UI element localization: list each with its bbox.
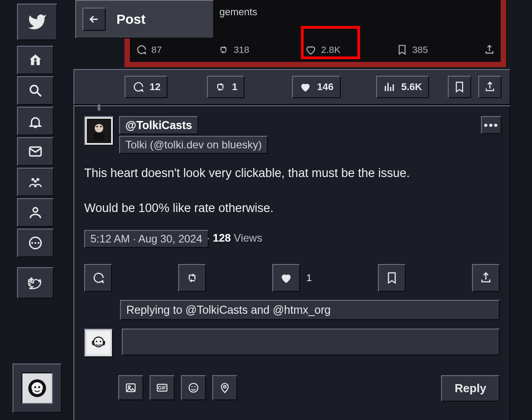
partial-text: gements <box>219 6 257 18</box>
author-handle[interactable]: @TolkiCasts <box>119 116 198 134</box>
svg-point-26 <box>129 386 130 388</box>
ellipsis-icon: ••• <box>484 118 498 132</box>
retweet-button[interactable]: 1 <box>207 76 245 98</box>
account-avatar <box>21 372 53 404</box>
svg-point-16 <box>94 124 103 132</box>
bookmark-button[interactable] <box>378 264 406 292</box>
svg-point-6 <box>33 208 38 212</box>
nav-more[interactable] <box>17 229 54 257</box>
svg-point-0 <box>30 86 38 93</box>
svg-point-9 <box>34 242 36 244</box>
svg-rect-17 <box>94 133 104 141</box>
embed-likes: 2.8K <box>305 44 340 56</box>
share-button[interactable] <box>478 76 502 98</box>
like-button[interactable]: 146 <box>292 76 341 98</box>
share-button[interactable] <box>472 264 500 292</box>
attach-image-button[interactable] <box>118 375 143 400</box>
share-icon <box>484 44 495 56</box>
replying-to-label[interactable]: Replying to @TolkiCasts and @htmx_org <box>120 300 500 320</box>
svg-point-28 <box>189 383 198 392</box>
compose-avatar <box>84 329 113 357</box>
account-switcher[interactable] <box>13 364 62 413</box>
bookmark-button[interactable] <box>448 76 471 98</box>
embed-retweets: 318 <box>218 44 249 56</box>
attach-location-button[interactable] <box>212 375 237 400</box>
attach-gif-button[interactable]: GIF <box>150 375 175 400</box>
reply-submit-button[interactable]: Reply <box>441 375 500 402</box>
chart-icon <box>383 81 396 93</box>
svg-rect-19 <box>100 126 102 127</box>
heart-filled-icon <box>279 271 293 285</box>
post-body: This heart doesn't look very clickable, … <box>84 165 496 217</box>
svg-point-5 <box>34 180 37 182</box>
like-count: 146 <box>317 81 334 93</box>
nav-profile[interactable] <box>17 198 54 227</box>
post-actions: 1 <box>84 260 500 295</box>
embed-bookmarks: 385 <box>396 44 428 56</box>
heart-filled-icon <box>299 81 312 93</box>
reply-icon <box>132 81 144 93</box>
arrow-left-icon <box>88 13 100 26</box>
nav-messages[interactable] <box>17 137 54 166</box>
reply-count: 12 <box>150 81 160 93</box>
retweet-count: 1 <box>232 81 237 93</box>
reply-input[interactable] <box>122 329 500 355</box>
svg-point-24 <box>100 341 102 342</box>
bookmark-icon <box>385 271 399 285</box>
heart-icon <box>305 44 317 56</box>
nav-notifications[interactable] <box>17 107 54 135</box>
post-timestamp[interactable]: 5:12 AM · Aug 30, 2024 <box>84 230 209 248</box>
nav-home[interactable] <box>17 46 54 74</box>
reply-button[interactable] <box>84 264 112 292</box>
svg-point-3 <box>31 178 34 181</box>
svg-point-31 <box>223 385 226 388</box>
like-button[interactable] <box>272 264 300 292</box>
svg-point-8 <box>31 242 33 244</box>
reply-button[interactable]: 12 <box>124 76 167 98</box>
svg-point-30 <box>194 386 196 387</box>
emoji-icon <box>188 382 199 394</box>
svg-point-29 <box>191 386 193 387</box>
svg-point-10 <box>38 242 39 244</box>
embed-replies: 87 <box>135 44 162 56</box>
embed-share <box>484 44 495 56</box>
svg-point-4 <box>37 178 39 181</box>
like-count: 1 <box>306 272 312 284</box>
back-button[interactable] <box>82 8 106 31</box>
svg-line-1 <box>37 92 41 96</box>
svg-point-12 <box>31 382 43 394</box>
retweet-icon <box>214 81 227 93</box>
parent-post-actions: 12 1 146 5.6K <box>73 69 511 105</box>
retweet-icon <box>185 271 199 285</box>
svg-point-14 <box>38 386 40 388</box>
svg-point-13 <box>34 386 36 388</box>
location-icon <box>219 382 231 394</box>
svg-rect-18 <box>96 126 98 127</box>
post-more-button[interactable]: ••• <box>481 116 502 134</box>
twitter-logo[interactable] <box>17 4 57 40</box>
page-header: Post <box>75 0 214 39</box>
attach-emoji-button[interactable] <box>181 375 206 400</box>
image-icon <box>125 382 137 394</box>
reply-icon <box>135 44 147 56</box>
bookmark-icon <box>396 44 408 56</box>
views-button[interactable]: 5.6K <box>376 76 429 98</box>
page-title: Post <box>116 12 146 27</box>
share-icon <box>484 81 496 93</box>
bookmark-icon <box>453 81 466 93</box>
nav-communities[interactable] <box>17 168 54 196</box>
nav-explore[interactable] <box>17 76 54 105</box>
retweet-icon <box>218 44 229 56</box>
author-display-name[interactable]: Tolki (@tolki.dev on bluesky) <box>119 136 268 154</box>
post-panel: @TolkiCasts Tolki (@tolki.dev on bluesky… <box>73 105 511 420</box>
retweet-button[interactable] <box>178 264 206 292</box>
reply-icon <box>91 271 105 285</box>
author-avatar[interactable] <box>84 116 114 146</box>
share-icon <box>479 271 493 285</box>
post-views: · 128 Views <box>207 232 262 244</box>
thread-connector <box>98 104 100 111</box>
svg-point-23 <box>96 341 98 342</box>
compose-button[interactable] <box>17 267 54 299</box>
views-count: 5.6K <box>401 81 422 93</box>
